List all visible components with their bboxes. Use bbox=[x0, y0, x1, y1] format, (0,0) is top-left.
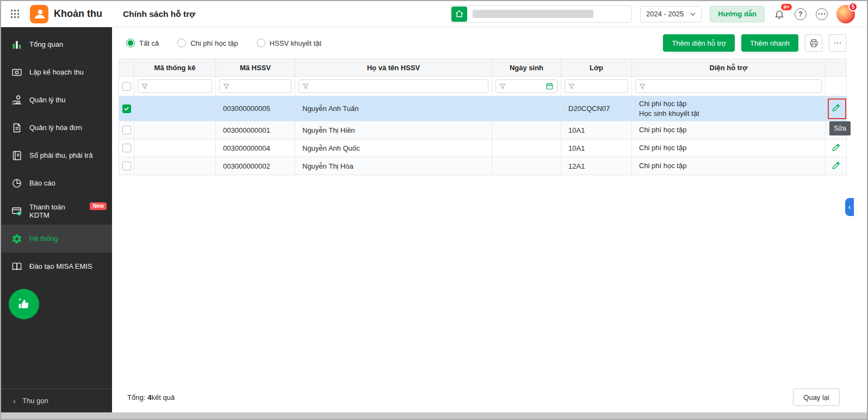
row-checkbox-checked[interactable] bbox=[122, 104, 131, 113]
card-check-icon bbox=[11, 205, 22, 217]
calendar-icon[interactable] bbox=[545, 82, 554, 90]
cell-ho-ten: Nguyễn Thị Hiền bbox=[295, 121, 492, 139]
filter-ngay-sinh[interactable] bbox=[495, 79, 557, 93]
sidebar-item-thanh-toan-kdtm[interactable]: Thanh toán KDTM New bbox=[1, 197, 112, 225]
cell-ngay-sinh bbox=[492, 157, 561, 175]
sidebar-item-quan-ly-thu[interactable]: Quản lý thu bbox=[1, 86, 112, 114]
print-button[interactable] bbox=[805, 34, 822, 52]
notification-bell-icon[interactable]: 9+ bbox=[773, 8, 786, 21]
back-button[interactable]: Quay lại bbox=[793, 388, 840, 406]
col-ngay-sinh[interactable]: Ngày sinh bbox=[492, 59, 561, 77]
promo-badge[interactable] bbox=[9, 289, 39, 319]
row-checkbox[interactable] bbox=[122, 162, 131, 170]
sidebar-item-label: Tổng quan bbox=[29, 40, 63, 48]
cell-ngay-sinh bbox=[492, 96, 561, 121]
filter-dien-ho-tro[interactable] bbox=[635, 79, 822, 93]
cell-dien-ho-tro: Chi phí học tập bbox=[632, 157, 826, 175]
thumbs-up-icon bbox=[16, 296, 32, 312]
edit-button[interactable] bbox=[830, 102, 842, 115]
global-search bbox=[450, 5, 632, 23]
sidebar-item-tong-quan[interactable]: Tổng quan bbox=[1, 30, 112, 58]
filter-ho-ten[interactable] bbox=[299, 79, 488, 93]
pencil-icon bbox=[831, 160, 841, 170]
add-support-category-button[interactable]: Thêm diện hỗ trợ bbox=[663, 34, 735, 52]
sidebar: Tổng quan Lập kế hoạch thu Quản lý thu bbox=[1, 27, 112, 412]
main-content: Tất cả Chi phí học tập HSSV khuyết tật T… bbox=[112, 27, 867, 412]
cell-lop: 10A1 bbox=[561, 121, 632, 139]
radio-selected-icon[interactable] bbox=[126, 39, 135, 47]
search-input[interactable] bbox=[467, 6, 631, 22]
page-title: Chính sách hỗ trợ bbox=[123, 9, 195, 19]
cell-dien-ho-tro: Chi phí học tập bbox=[632, 121, 826, 139]
row-checkbox[interactable] bbox=[122, 126, 131, 134]
sidebar-item-dao-tao-misa-emis[interactable]: Đào tạo MISA EMIS bbox=[1, 252, 112, 280]
filter-lop[interactable] bbox=[565, 79, 628, 93]
avatar[interactable]: 5 bbox=[836, 5, 855, 23]
app-grid-icon[interactable] bbox=[10, 9, 20, 19]
cell-dien-ho-tro: Chi phí học tập bbox=[632, 139, 826, 157]
funnel-icon bbox=[223, 83, 230, 90]
radio-label: HSSV khuyết tật bbox=[270, 39, 321, 47]
filter-ma-hssv[interactable] bbox=[219, 79, 292, 93]
cell-ho-ten: Nguyễn Thị Hòa bbox=[295, 157, 492, 175]
cell-lop: D20CQCN07 bbox=[561, 96, 632, 121]
col-ma-thong-ke[interactable]: Mã thống kê bbox=[134, 59, 216, 77]
search-redacted-text bbox=[473, 10, 593, 18]
radio-hssv-khuyet-tat[interactable]: HSSV khuyết tật bbox=[257, 39, 321, 47]
radio-tat-ca[interactable]: Tất cả bbox=[126, 39, 159, 47]
sidebar-item-label: Sổ phải thu, phải trả bbox=[29, 151, 92, 159]
table-row[interactable]: 003000000002 Nguyễn Thị Hòa 12A1 Chi phí… bbox=[119, 157, 847, 175]
school-year-value: 2024 - 2025 bbox=[646, 10, 684, 18]
chevron-left-icon: ‹ bbox=[13, 396, 16, 405]
radio-icon[interactable] bbox=[177, 39, 186, 47]
sidebar-item-so-phai-thu[interactable]: Sổ phải thu, phải trả bbox=[1, 141, 112, 169]
more-options-icon[interactable] bbox=[815, 8, 828, 21]
hand-coin-icon bbox=[11, 94, 22, 106]
radio-icon[interactable] bbox=[257, 39, 265, 47]
panel-collapse-tab[interactable]: ‹ bbox=[845, 198, 854, 216]
chevron-down-icon bbox=[690, 13, 696, 16]
sidebar-item-lap-ke-hoach-thu[interactable]: Lập kế hoạch thu bbox=[1, 58, 112, 86]
guide-button[interactable]: Hướng dẫn bbox=[710, 6, 765, 22]
cell-lop: 12A1 bbox=[561, 157, 632, 175]
col-lop[interactable]: Lớp bbox=[561, 59, 632, 77]
help-icon[interactable]: ? bbox=[794, 8, 807, 21]
sidebar-item-he-thong[interactable]: Hệ thống bbox=[1, 225, 112, 252]
invoice-icon bbox=[11, 122, 22, 133]
col-actions bbox=[826, 59, 847, 77]
sidebar-item-bao-cao[interactable]: Báo cáo bbox=[1, 169, 112, 197]
cell-ho-ten: Nguyễn Anh Quốc bbox=[295, 139, 492, 157]
ledger-icon bbox=[11, 150, 22, 161]
home-button[interactable] bbox=[451, 7, 467, 22]
sidebar-item-quan-ly-hoa-don[interactable]: Quản lý hóa đơn bbox=[1, 114, 112, 141]
cell-ngay-sinh bbox=[492, 121, 561, 139]
quick-add-button[interactable]: Thêm nhanh bbox=[741, 34, 798, 52]
col-dien-ho-tro[interactable]: Diện hỗ trợ bbox=[632, 59, 826, 77]
funnel-icon bbox=[499, 83, 506, 90]
edit-button[interactable] bbox=[830, 141, 842, 155]
cell-ma-hssv: 003000000004 bbox=[216, 139, 295, 157]
edit-button[interactable] bbox=[830, 159, 842, 173]
header-checkbox-cell bbox=[119, 59, 134, 77]
sidebar-collapse[interactable]: ‹ Thu gọn bbox=[1, 388, 112, 412]
more-actions-button[interactable] bbox=[829, 34, 846, 52]
filter-ma-thong-ke[interactable] bbox=[138, 79, 212, 93]
col-ho-ten[interactable]: Họ và tên HSSV bbox=[295, 59, 492, 77]
sidebar-item-label: Thanh toán KDTM bbox=[29, 203, 80, 219]
sidebar-spacer bbox=[1, 319, 112, 388]
bar-chart-icon bbox=[11, 39, 22, 50]
pencil-icon bbox=[831, 143, 841, 152]
table-row[interactable]: 003000000005 Nguyễn Anh Tuấn D20CQCN07 C… bbox=[119, 96, 847, 121]
col-ma-hssv[interactable]: Mã HSSV bbox=[216, 59, 295, 77]
cell-ngay-sinh bbox=[492, 139, 561, 157]
radio-chi-phi-hoc-tap[interactable]: Chi phí học tập bbox=[177, 39, 238, 47]
select-all-checkbox[interactable] bbox=[122, 82, 131, 91]
table-row[interactable]: 003000000001 Nguyễn Thị Hiền 10A1 Chi ph… bbox=[119, 121, 847, 139]
table-row[interactable]: 003000000004 Nguyễn Anh Quốc 10A1 Chi ph… bbox=[119, 139, 847, 157]
row-checkbox[interactable] bbox=[122, 144, 131, 152]
app-title: Khoản thu bbox=[54, 8, 102, 20]
table-header-row: Mã thống kê Mã HSSV Họ và tên HSSV Ngày … bbox=[119, 59, 847, 77]
topbar: Khoản thu Chính sách hỗ trợ 2024 - 2025 bbox=[1, 1, 867, 27]
open-book-icon bbox=[11, 261, 22, 272]
school-year-select[interactable]: 2024 - 2025 bbox=[640, 6, 702, 22]
